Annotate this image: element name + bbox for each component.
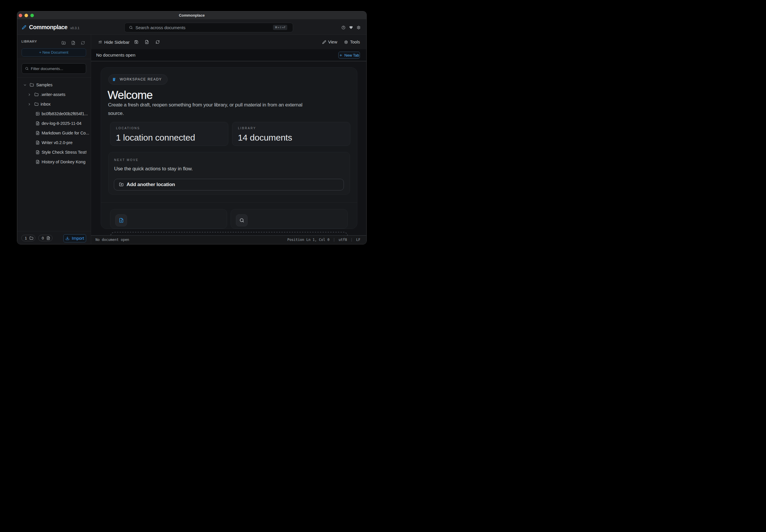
folder-icon (34, 102, 39, 106)
dashed-border (110, 232, 348, 235)
settings-gear-icon[interactable] (357, 26, 361, 29)
new-document-card[interactable] (110, 209, 227, 229)
tree-item-image[interactable]: bc0fb832de00b2f654f1... (17, 109, 91, 119)
global-search-input[interactable]: Search across documents ⌘+⇧+F (124, 23, 293, 32)
chevron-right-icon[interactable] (28, 93, 31, 96)
tree-item-document[interactable]: History of Donkey Kong (17, 157, 91, 167)
workspace-ready-label: WORKSPACE READY (120, 77, 162, 81)
tree-item-label: Samples (36, 83, 53, 87)
welcome-panel: WORKSPACE READY Welcome Create a fresh d… (101, 67, 357, 229)
status-position: Position Ln 1, Col 0 (287, 236, 330, 244)
import-label: Import (72, 236, 84, 241)
folder-icon (29, 236, 33, 240)
status-separator: | (333, 236, 335, 244)
app-logo: Commonplace v0.3.1 (22, 24, 80, 31)
sidebar-footer: 1 0 Import (17, 231, 91, 244)
add-location-button[interactable]: Add another location (114, 179, 344, 191)
hide-sidebar-button[interactable]: Hide Sidebar (104, 40, 129, 45)
tab-strip: No documents open New Tab (91, 49, 366, 61)
drop-zone[interactable] (110, 232, 348, 235)
file-text-icon (36, 121, 40, 125)
document-count-badge: 0 (38, 235, 53, 241)
quick-actions-row (110, 209, 348, 229)
sidebar-toolbar-icons (62, 41, 85, 45)
search-shortcut-badge: ⌘+⇧+F (273, 25, 287, 30)
document-tree: Samples .writer-assets inbox bc0fb832de0… (17, 78, 91, 231)
download-icon (65, 236, 69, 240)
toolbar-right-group: View Tools (322, 35, 360, 49)
help-icon[interactable] (342, 26, 345, 29)
filter-section: Filter documents... (17, 59, 91, 78)
hide-sidebar-icon[interactable] (98, 40, 102, 44)
next-move-label: NEXT MOVE (114, 158, 139, 162)
welcome-subtitle: Create a fresh draft, reopen something f… (108, 101, 311, 118)
window-title: Commonplace (17, 11, 366, 19)
tree-item-document[interactable]: Markdown Guide for Co... (17, 128, 91, 138)
new-tab-button[interactable]: New Tab (338, 52, 360, 59)
next-move-card: NEXT MOVE Use the quick actions to stay … (108, 152, 350, 195)
search-card[interactable] (231, 209, 348, 229)
save-icon[interactable] (134, 40, 138, 44)
no-documents-label: No documents open (96, 49, 135, 61)
sync-refresh-icon[interactable] (81, 41, 85, 45)
app-window: Commonplace Commonplace v0.3.1 Search ac… (17, 11, 367, 244)
status-bar: No document open Position Ln 1, Col 0 | … (91, 235, 366, 244)
tree-item-label: bc0fb832de00b2f654f1... (42, 111, 88, 116)
view-menu-button[interactable]: View (322, 40, 337, 44)
library-stat-card: LIBRARY 14 documents (232, 122, 350, 146)
new-document-button[interactable]: + New Document (22, 48, 86, 57)
status-encoding[interactable]: utf8 (339, 236, 347, 244)
file-text-icon (46, 236, 50, 240)
file-plus-icon (119, 218, 124, 223)
file-text-icon (36, 150, 40, 154)
tree-item-label: inbox (41, 102, 50, 106)
tree-item-label: Writer v0.2.0-pre (42, 140, 73, 145)
filter-search-icon (25, 67, 29, 70)
tree-item-folder[interactable]: Samples (17, 80, 91, 90)
status-right-group: Position Ln 1, Col 0 | utf8 | LF (287, 236, 360, 244)
tree-item-document[interactable]: dev-log-8-2025-11-04 (17, 119, 91, 128)
tree-item-folder[interactable]: .writer-assets (17, 90, 91, 99)
tree-item-label: Markdown Guide for Co... (42, 131, 89, 135)
new-tab-label: New Tab (344, 53, 359, 57)
filter-placeholder: Filter documents... (31, 67, 63, 71)
welcome-content: WORKSPACE READY Welcome Create a fresh d… (91, 61, 366, 235)
filter-documents-input[interactable]: Filter documents... (22, 63, 86, 74)
app-version: v0.3.1 (70, 25, 79, 30)
main-area: Hide Sidebar View Tools No documents ope… (91, 35, 366, 244)
tree-item-label: History of Donkey Kong (42, 160, 85, 164)
stat-value: 1 location connected (116, 133, 195, 143)
stats-row: LOCATIONS 1 location connected LIBRARY 1… (110, 122, 350, 146)
gear-icon (344, 40, 348, 44)
tree-item-document[interactable]: Style Check Stress Test! (17, 148, 91, 157)
tools-menu-button[interactable]: Tools (344, 40, 360, 44)
stat-value: 14 documents (238, 133, 292, 143)
tree-item-document[interactable]: Writer v0.2.0-pre (17, 138, 91, 148)
heart-icon[interactable] (349, 26, 353, 29)
panel-divider (101, 202, 357, 203)
new-file-icon[interactable] (71, 41, 75, 45)
app-header: Commonplace v0.3.1 Search across documen… (17, 19, 366, 35)
status-separator: | (351, 236, 353, 244)
refresh-icon[interactable] (155, 40, 160, 44)
file-text-icon (36, 141, 40, 145)
import-button[interactable]: Import (63, 234, 86, 242)
tree-item-folder[interactable]: inbox (17, 99, 91, 109)
image-icon (36, 112, 40, 116)
stat-label: LOCATIONS (116, 127, 140, 130)
library-section-label: LIBRARY (22, 40, 37, 43)
tree-item-label: Style Check Stress Test! (42, 150, 87, 155)
header-icons (342, 26, 361, 29)
file-text-icon (36, 160, 40, 164)
welcome-title: Welcome (108, 89, 153, 101)
chevron-down-icon[interactable] (23, 83, 27, 87)
folder-icon (34, 92, 39, 97)
workspace-ready-badge: WORKSPACE READY (108, 74, 167, 85)
chevron-right-icon[interactable] (28, 103, 31, 106)
new-file-icon[interactable] (145, 40, 149, 44)
folder-icon (30, 83, 34, 87)
tree-item-label: dev-log-8-2025-11-04 (42, 121, 81, 126)
new-folder-icon[interactable] (62, 41, 66, 45)
status-eol[interactable]: LF (356, 236, 360, 244)
search-icon (240, 218, 244, 223)
